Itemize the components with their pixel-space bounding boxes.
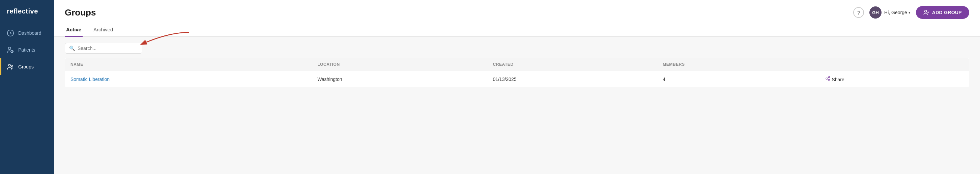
share-button[interactable]: Share (825, 76, 964, 82)
header-right: ? GH Hi, George ▾ ADD GROUP (853, 6, 969, 19)
logo-text: reflective (7, 7, 38, 15)
sidebar-item-dashboard[interactable]: Dashboard (0, 25, 54, 42)
groups-icon (7, 63, 14, 70)
group-name[interactable]: Somatic Liberation (65, 71, 312, 87)
sidebar-logo: reflective (0, 0, 54, 25)
svg-point-1 (8, 47, 11, 49)
share-icon (825, 76, 830, 81)
svg-point-10 (826, 78, 827, 79)
search-input[interactable] (78, 46, 138, 51)
main-content: Groups ? GH Hi, George ▾ (54, 0, 980, 174)
table-section: NAME LOCATION CREATED MEMBERS Somatic Li… (54, 57, 980, 174)
col-name: NAME (65, 58, 312, 71)
svg-point-9 (829, 76, 830, 78)
sidebar-item-groups[interactable]: Groups (0, 58, 54, 75)
svg-point-11 (829, 80, 830, 81)
search-input-wrap: 🔍 (65, 43, 142, 54)
user-avatar: GH (869, 6, 881, 19)
help-icon[interactable]: ? (853, 7, 864, 18)
patients-icon (7, 46, 14, 54)
tab-active[interactable]: Active (65, 23, 83, 37)
svg-line-12 (827, 79, 829, 80)
search-icon: 🔍 (69, 46, 75, 51)
sidebar-item-groups-label: Groups (18, 64, 34, 69)
sidebar-item-patients[interactable]: Patients (0, 42, 54, 58)
sidebar-item-dashboard-label: Dashboard (18, 30, 41, 36)
col-actions (820, 58, 969, 71)
col-created: CREATED (487, 58, 657, 71)
svg-line-13 (827, 77, 829, 78)
search-section: 🔍 (54, 37, 980, 57)
header: Groups ? GH Hi, George ▾ (54, 0, 980, 19)
svg-point-3 (9, 64, 11, 66)
dashboard-icon (7, 29, 14, 37)
group-share-cell: Share (820, 71, 969, 87)
chevron-down-icon: ▾ (908, 10, 910, 15)
col-location: LOCATION (312, 58, 487, 71)
table-header-row: NAME LOCATION CREATED MEMBERS (65, 58, 969, 71)
tab-archived[interactable]: Archived (92, 23, 115, 37)
add-group-button[interactable]: ADD GROUP (916, 6, 969, 19)
table-row: Somatic Liberation Washington 01/13/2025… (65, 71, 969, 87)
group-members: 4 (657, 71, 819, 87)
add-group-icon (923, 10, 929, 16)
group-created: 01/13/2025 (487, 71, 657, 87)
svg-point-5 (924, 10, 926, 12)
sidebar-item-patients-label: Patients (18, 47, 35, 53)
user-menu[interactable]: GH Hi, George ▾ (869, 6, 910, 19)
group-location: Washington (312, 71, 487, 87)
svg-point-4 (11, 65, 13, 67)
col-members: MEMBERS (657, 58, 819, 71)
groups-table: NAME LOCATION CREATED MEMBERS Somatic Li… (65, 57, 969, 87)
sidebar: reflective Dashboard Patients (0, 0, 54, 174)
sidebar-nav: Dashboard Patients (0, 25, 54, 75)
user-greeting-text[interactable]: Hi, George ▾ (884, 10, 910, 15)
tabs-row: Active Archived (54, 23, 980, 37)
page-title: Groups (65, 7, 96, 18)
